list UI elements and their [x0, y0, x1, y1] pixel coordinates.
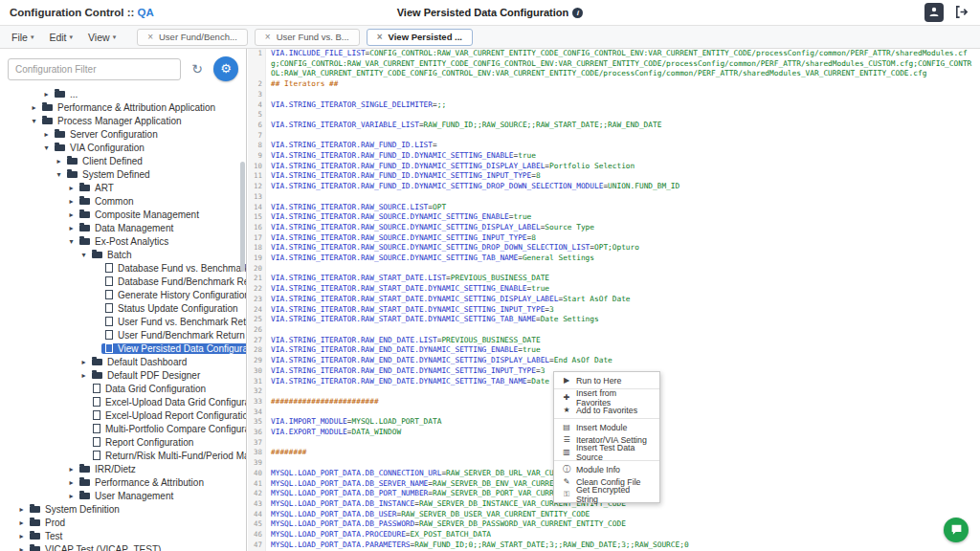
code-text[interactable]: VIA.STRING_ITERATOR.RAW_SOURCE.DYNAMIC_S…	[266, 233, 980, 244]
context-menu-item[interactable]: ▥Insert Test Data Source	[554, 446, 659, 458]
tree-item[interactable]: Data Grid Configuration	[0, 382, 246, 395]
code-text[interactable]: VIA.STRING_ITERATOR.RAW_END_DATE.DYNAMIC…	[266, 345, 980, 356]
tree-item[interactable]: Generate History Configuration	[0, 288, 246, 301]
tree-item[interactable]: ▾System Defined	[0, 167, 246, 181]
close-tab-icon[interactable]: ×	[265, 33, 271, 42]
tree-item[interactable]: Database Fund vs. Benchmark Return/R...	[0, 261, 246, 275]
tree-scrollbar[interactable]	[240, 162, 245, 272]
chevron-right-icon[interactable]: ▸	[66, 478, 77, 487]
logout-button[interactable]	[951, 3, 970, 22]
code-text[interactable]: VIA.STRING_ITERATOR.RAW_FUND_ID.DYNAMIC_…	[266, 171, 980, 182]
tree-item[interactable]: ▸ART	[0, 181, 246, 194]
tree-item[interactable]: ▸Composite Management	[0, 208, 246, 221]
code-text[interactable]: VIA.STRING_ITERATOR.RAW_END_DATE.DYNAMIC…	[266, 356, 980, 366]
chevron-down-icon[interactable]: ▾	[66, 237, 77, 246]
tree-item[interactable]: ▸Performance & Attribution	[0, 475, 246, 489]
code-text[interactable]: VIA.STRING_ITERATOR.RAW_END_DATE.LIST=PR…	[266, 336, 980, 346]
code-text[interactable]: VIA.STRING_ITERATOR.RAW_SOURCE.DYNAMIC_S…	[266, 243, 980, 253]
code-text[interactable]: MYSQL.LOAD_PORT_DATA.DB_PASSWORD=RAW_SER…	[266, 519, 980, 530]
gear-icon[interactable]: ⚙	[213, 56, 238, 81]
chevron-right-icon[interactable]: ▸	[41, 90, 52, 99]
tree-item[interactable]: ▸...	[0, 87, 246, 100]
context-menu-item[interactable]: ▤Insert Module	[554, 421, 659, 433]
tree-item[interactable]: ▸Default PDF Designer	[0, 368, 246, 382]
code-text[interactable]	[266, 325, 980, 336]
tree-item[interactable]: Return/Risk Multi-Fund/Period Matrix Con…	[0, 449, 246, 462]
tree-item[interactable]: ▸Default Dashboard	[0, 355, 246, 368]
tree-item[interactable]: ▸Common	[0, 194, 246, 208]
chevron-right-icon[interactable]: ▸	[78, 371, 89, 380]
code-text[interactable]: VIA.STRING_ITERATOR.RAW_START_DATE.DYNAM…	[266, 305, 980, 316]
code-text[interactable]: MYSQL.LOAD_PORT_DATA.PROCEDURE=EX_POST_B…	[266, 530, 980, 540]
code-text[interactable]: VIA.STRING_ITERATOR.RAW_SOURCE.DYNAMIC_S…	[266, 253, 980, 264]
tree-item[interactable]: Database Fund/Benchmark Return Analy...	[0, 275, 246, 288]
tree-item[interactable]: ▾Ex-Post Analytics	[0, 234, 246, 248]
tree-item[interactable]: Multi-Portfolio Compare Configuration	[0, 422, 246, 435]
code-text[interactable]: VIA.STRING_ITERATOR.RAW_FUND_ID.DYNAMIC_…	[266, 182, 980, 192]
code-text[interactable]: VIA.STRING_ITERATOR.RAW_START_DATE.DYNAM…	[266, 284, 980, 295]
tree-item[interactable]: ▸System Definition	[0, 502, 246, 516]
chevron-right-icon[interactable]: ▸	[16, 505, 27, 514]
tree-item[interactable]: User Fund/Benchmark Return Analysis D...	[0, 328, 246, 342]
code-text[interactable]: VIA.INCLUDE_FILE_LIST=CONFIG_CONTROL:RAW…	[266, 49, 980, 79]
code-text[interactable]: VIA.STRING_ITERATOR.RAW_FUND_ID.LIST=	[266, 141, 980, 151]
menu-file[interactable]: File▾	[11, 32, 33, 43]
code-text[interactable]: VIA.STRING_ITERATOR_SINGLE_DELIMITER=;;	[266, 100, 980, 111]
tree-item[interactable]: ▾VIA Configuration	[0, 141, 246, 154]
code-text[interactable]: VIA.STRING_ITERATOR.RAW_FUND_ID.DYNAMIC_…	[266, 162, 980, 172]
configuration-filter-input[interactable]	[8, 58, 181, 80]
chevron-right-icon[interactable]: ▸	[66, 184, 77, 192]
tree-item[interactable]: ▸User Management	[0, 489, 246, 502]
chevron-down-icon[interactable]: ▾	[54, 170, 64, 179]
chevron-right-icon[interactable]: ▸	[54, 157, 64, 165]
chevron-right-icon[interactable]: ▸	[16, 532, 27, 540]
tree-item[interactable]: ▾Batch	[0, 248, 246, 261]
code-text[interactable]: VIA.STRING_ITERATOR.RAW_START_DATE.LIST=…	[266, 274, 980, 284]
chevron-right-icon[interactable]: ▸	[78, 358, 89, 366]
document-tab[interactable]: ×View Persisted ...	[367, 29, 473, 46]
tree-item[interactable]: ▸Test	[0, 529, 246, 542]
info-icon[interactable]: i	[572, 8, 583, 18]
context-menu-item[interactable]: ✚Insert from Favorites	[554, 391, 659, 404]
tree-item[interactable]: Report Configuration	[0, 435, 246, 449]
close-tab-icon[interactable]: ×	[147, 33, 153, 42]
chevron-down-icon[interactable]: ▾	[41, 143, 52, 152]
tree-item[interactable]: User Fund vs. Benchmark Return/Risk A...	[0, 315, 246, 328]
menu-view[interactable]: View▾	[88, 32, 116, 43]
tree-item[interactable]: ▸Prod	[0, 516, 246, 529]
code-text[interactable]	[266, 192, 980, 203]
document-tab[interactable]: ×User Fund/Bench...	[137, 29, 248, 46]
chevron-right-icon[interactable]: ▸	[66, 197, 77, 206]
tree-item[interactable]: Excel-Upload Data Grid Configuration	[0, 395, 246, 408]
code-text[interactable]: VIA.STRING_ITERATOR.RAW_FUND_ID.DYNAMIC_…	[266, 151, 980, 162]
code-text[interactable]: MYSQL.LOAD_PORT_DATA.DB_USER=RAW_SERVER_…	[266, 510, 980, 520]
chevron-right-icon[interactable]: ▸	[66, 492, 77, 500]
menu-edit[interactable]: Edit▾	[49, 32, 73, 43]
code-text[interactable]	[266, 264, 980, 275]
chevron-right-icon[interactable]: ▸	[29, 103, 39, 112]
code-text[interactable]: ## Iterators ##	[266, 79, 980, 90]
code-text[interactable]: MYSQL.LOAD_PORT_DATA.PARAMETERS=RAW_FUND…	[266, 540, 980, 551]
close-tab-icon[interactable]: ×	[377, 33, 383, 42]
chevron-right-icon[interactable]: ▸	[66, 224, 77, 232]
chevron-right-icon[interactable]: ▸	[16, 518, 27, 527]
tree-item[interactable]: ▾Process Manager Application	[0, 114, 246, 127]
tree-item[interactable]: ▸Data Management	[0, 221, 246, 234]
tree-item[interactable]: ▸VICAP Test (VICAP_TEST)	[0, 542, 246, 551]
refresh-icon[interactable]: ↻	[188, 59, 207, 78]
code-text[interactable]: VIA.STRING_ITERATOR.RAW_START_DATE.DYNAM…	[266, 315, 980, 325]
chevron-right-icon[interactable]: ▸	[41, 130, 52, 139]
code-text[interactable]: VIA.STRING_ITERATOR_VARIABLE_LIST=RAW_FU…	[266, 121, 980, 131]
code-text[interactable]: VIA.STRING_ITERATOR.RAW_SOURCE.LIST=OPT	[266, 203, 980, 213]
tree-item[interactable]: ▸Performance & Attribution Application	[0, 100, 246, 114]
context-menu-item[interactable]: ⓘModule Info	[554, 463, 659, 475]
tree-item[interactable]: View Persisted Data Configuration	[0, 342, 246, 355]
tree-item[interactable]: ▸Server Configuration	[0, 127, 246, 141]
code-text[interactable]: VIA.STRING_ITERATOR.RAW_START_DATE.DYNAM…	[266, 295, 980, 305]
chevron-down-icon[interactable]: ▾	[29, 117, 39, 125]
context-menu-item[interactable]: ▶Run to Here	[554, 374, 659, 386]
code-text[interactable]	[266, 131, 980, 142]
chevron-down-icon[interactable]: ▾	[78, 251, 89, 259]
code-text[interactable]: VIA.STRING_ITERATOR.RAW_SOURCE.DYNAMIC_S…	[266, 212, 980, 223]
chevron-right-icon[interactable]: ▸	[66, 465, 77, 474]
